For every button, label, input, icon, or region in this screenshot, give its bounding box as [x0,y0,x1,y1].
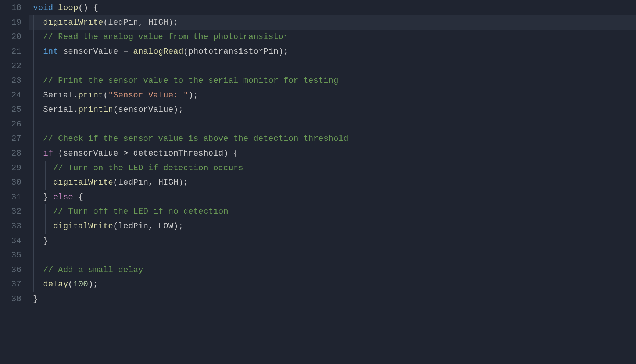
code-line[interactable]: // Turn on the LED if detection occurs [29,161,636,176]
code-token: , [148,178,158,187]
code-line[interactable]: } else { [29,190,636,205]
indent-guide [33,59,34,74]
code-line[interactable]: // Check if the sensor value is above th… [29,132,636,146]
line-number: 36 [4,263,21,278]
code-token: phototransistorPin [188,47,278,56]
code-token: digitalWrite [43,18,103,27]
code-token: ); [168,18,178,27]
indent-whitespace [33,178,53,187]
code-line[interactable]: if (sensorValue > detectionThreshold) { [29,146,636,161]
indent-whitespace [33,236,43,246]
indent-whitespace [33,134,43,143]
code-token: () { [78,3,98,13]
code-token: > [118,149,133,158]
code-token: , [148,221,158,231]
code-token: ); [173,105,183,114]
code-line[interactable] [29,117,636,132]
line-number: 32 [4,204,21,219]
code-token: , [138,18,148,27]
code-editor[interactable]: 1819202122232425262728293031323334353637… [0,0,636,364]
indent-guide [33,30,34,44]
code-line[interactable] [29,248,636,263]
line-number: 23 [4,74,21,88]
line-number: 28 [4,146,21,161]
code-line[interactable]: // Print the sensor value to the serial … [29,74,636,88]
code-token: } [43,192,53,202]
line-number: 25 [4,103,21,117]
code-line[interactable] [29,59,636,74]
code-token: // Check if the sensor value is above th… [43,134,349,143]
indent-guide [45,161,46,176]
indent-guide [33,146,34,161]
code-token: println [78,105,113,114]
code-token: ( [103,90,108,100]
indent-whitespace [33,105,43,114]
code-token: { [73,192,83,202]
code-token: ( [113,221,118,231]
indent-guide [33,234,34,249]
code-line[interactable]: Serial.print("Sensor Value: "); [29,88,636,103]
code-token: if [43,149,53,158]
code-token: // Read the analog value from the photot… [43,32,288,42]
code-area[interactable]: void loop() { digitalWrite(ledPin, HIGH)… [29,0,636,364]
indent-guide [33,263,34,278]
code-line[interactable]: Serial.println(sensorValue); [29,103,636,117]
code-token: // Turn off the LED if no detection [53,207,228,216]
code-token: sensorValue [63,47,118,56]
code-token: ( [53,149,63,158]
line-number-gutter: 1819202122232425262728293031323334353637… [0,0,29,364]
code-token: ); [188,90,198,100]
code-token: ledPin [108,18,138,27]
code-line[interactable]: // Read the analog value from the photot… [29,30,636,44]
code-line[interactable]: delay(100); [29,277,636,292]
line-number: 22 [4,59,21,74]
code-token: sensorValue [63,149,118,158]
indent-guide [33,204,34,219]
code-token: print [78,90,103,100]
code-line[interactable]: int sensorValue = analogRead(phototransi… [29,44,636,59]
code-token: ( [113,105,118,114]
code-token: delay [43,279,68,289]
indent-guide [33,219,34,234]
line-number: 38 [4,292,21,307]
indent-guide [33,15,34,30]
code-line[interactable]: } [29,234,636,249]
code-token: "Sensor Value: " [108,90,188,100]
line-number: 27 [4,132,21,146]
indent-guide [45,219,46,234]
code-line[interactable]: void loop() { [29,1,636,15]
indent-guide [33,175,34,190]
code-token: // Print the sensor value to the serial … [43,76,338,85]
code-token: HIGH [148,18,168,27]
indent-whitespace [33,32,43,42]
code-line[interactable]: // Add a small delay [29,263,636,278]
code-line[interactable]: digitalWrite(ledPin, HIGH); [29,175,636,190]
code-token: } [33,294,38,304]
indent-whitespace [33,90,43,100]
code-token: ); [88,279,98,289]
code-line[interactable]: // Turn off the LED if no detection [29,204,636,219]
code-token: ( [68,279,73,289]
code-line[interactable]: digitalWrite(ledPin, HIGH); [29,15,636,30]
code-token: LOW [158,221,173,231]
code-line[interactable]: digitalWrite(ledPin, LOW); [29,219,636,234]
code-token: ledPin [118,221,148,231]
line-number: 30 [4,175,21,190]
code-token: digitalWrite [53,221,113,231]
code-token: ); [173,221,183,231]
indent-guide [33,74,34,88]
code-token [58,47,63,56]
code-line[interactable]: } [29,292,636,307]
code-token: ) { [223,149,238,158]
line-number: 35 [4,248,21,263]
code-token: ( [113,178,118,187]
indent-guide [33,190,34,205]
code-token: ( [103,18,108,27]
line-number: 33 [4,219,21,234]
code-token: digitalWrite [53,178,113,187]
line-number: 24 [4,88,21,103]
indent-guide [33,132,34,146]
indent-whitespace [33,18,43,27]
indent-whitespace [33,265,43,275]
code-token: } [43,236,48,246]
